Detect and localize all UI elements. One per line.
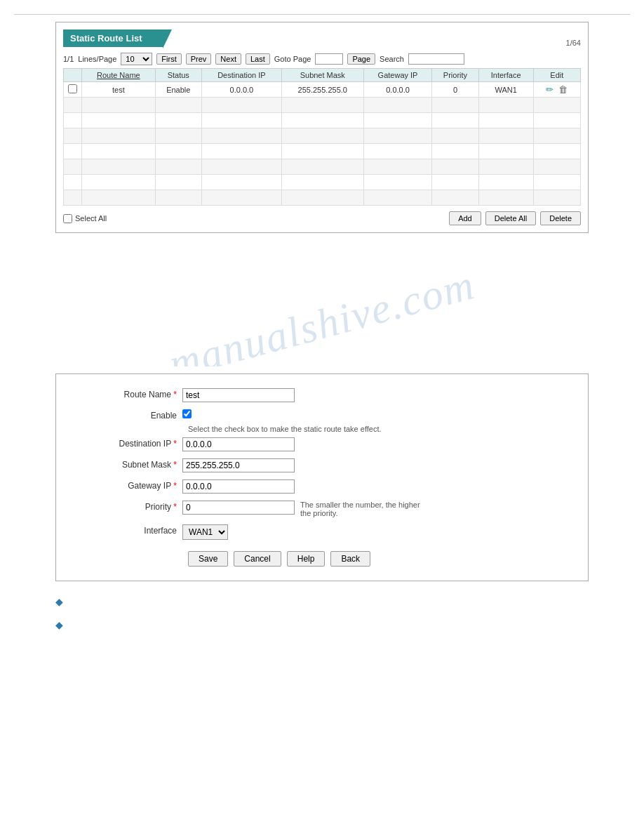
enable-checkbox[interactable] <box>182 409 192 418</box>
diamond-icon-1: ◆ <box>55 596 63 607</box>
delete-row-icon[interactable]: 🗑 <box>558 84 568 95</box>
delete-all-button[interactable]: Delete All <box>485 211 536 225</box>
pagination-row: 1/1 Lines/Page 10 20 50 100 First Prev N… <box>63 53 581 65</box>
table-row <box>64 175 581 190</box>
watermark-text: manualshive.com <box>14 240 630 366</box>
route-name-input[interactable] <box>182 388 295 402</box>
add-button[interactable]: Add <box>449 211 481 225</box>
destination-ip-input[interactable] <box>182 437 295 451</box>
goto-label: Goto Page <box>274 55 311 63</box>
prev-button[interactable]: Prev <box>186 53 212 65</box>
required-star-gw: * <box>173 481 177 491</box>
form-buttons: Save Cancel Help Back <box>188 551 560 567</box>
col-priority: Priority <box>432 69 478 82</box>
row-interface: WAN1 <box>478 82 533 98</box>
row-checkbox[interactable] <box>68 84 77 93</box>
enable-hint: Select the check box to make the static … <box>188 425 560 433</box>
gateway-ip-label: Gateway IP * <box>84 479 182 491</box>
interface-row: Interface WAN1 WAN2 LAN <box>84 524 560 540</box>
subnet-mask-label: Subnet Mask * <box>84 458 182 470</box>
col-destination-ip: Destination IP <box>201 69 281 82</box>
lines-per-page-label: Lines/Page <box>78 55 116 63</box>
last-button[interactable]: Last <box>246 53 270 65</box>
table-row <box>64 113 581 128</box>
table-row <box>64 159 581 175</box>
first-button[interactable]: First <box>156 53 181 65</box>
interface-label: Interface <box>84 524 182 536</box>
help-button[interactable]: Help <box>287 551 326 567</box>
table-row <box>64 190 581 206</box>
priority-hint: The smaller the number, the higherthe pr… <box>300 501 420 517</box>
lines-per-page-select[interactable]: 10 20 50 100 <box>121 53 152 65</box>
col-edit: Edit <box>533 69 580 82</box>
diamond-icon-2: ◆ <box>55 619 63 630</box>
interface-select[interactable]: WAN1 WAN2 LAN <box>182 524 228 540</box>
search-label: Search <box>380 55 404 63</box>
notes-section: ◆ ◆ <box>55 595 589 630</box>
save-button[interactable]: Save <box>188 551 228 567</box>
watermark-area: manualshive.com <box>14 240 630 366</box>
col-checkbox <box>64 69 82 82</box>
search-input[interactable] <box>408 53 464 65</box>
enable-label: Enable <box>84 409 182 421</box>
back-button[interactable]: Back <box>330 551 370 567</box>
select-all-label[interactable]: Select All <box>63 214 107 223</box>
required-star-dest: * <box>173 439 177 449</box>
destination-ip-row: Destination IP * <box>84 437 560 451</box>
subnet-mask-row: Subnet Mask * <box>84 458 560 472</box>
required-star: * <box>173 390 177 399</box>
select-all-checkbox[interactable] <box>63 214 72 223</box>
enable-checkbox-field <box>182 409 192 418</box>
priority-label: Priority * <box>84 501 182 512</box>
cancel-button[interactable]: Cancel <box>234 551 281 567</box>
route-table: Route Name Status Destination IP Subnet … <box>63 68 581 206</box>
row-subnet-mask: 255.255.255.0 <box>281 82 363 98</box>
goto-page-input[interactable] <box>315 53 343 65</box>
table-row <box>64 98 581 113</box>
row-gateway-ip: 0.0.0.0 <box>363 82 432 98</box>
required-star-subnet: * <box>173 460 177 470</box>
delete-button[interactable]: Delete <box>540 211 581 225</box>
table-row: test Enable 0.0.0.0 255.255.255.0 0.0.0.… <box>64 82 581 98</box>
edit-form-panel: Route Name * Enable Select the check box… <box>55 373 589 581</box>
row-edit: ✏ 🗑 <box>533 82 580 98</box>
table-row <box>64 144 581 159</box>
priority-row: Priority * The smaller the number, the h… <box>84 501 560 517</box>
action-buttons: Add Delete All Delete <box>449 211 581 225</box>
priority-input[interactable] <box>182 501 295 515</box>
row-status: Enable <box>155 82 201 98</box>
action-bar: Select All Add Delete All Delete <box>63 211 581 225</box>
route-name-label: Route Name * <box>84 388 182 399</box>
panel-title: Static Route List <box>63 29 163 47</box>
gateway-ip-row: Gateway IP * <box>84 479 560 494</box>
col-status: Status <box>155 69 201 82</box>
row-checkbox-cell[interactable] <box>64 82 82 98</box>
enable-row: Enable <box>84 409 560 421</box>
page-count: 1/64 <box>566 39 581 47</box>
gateway-ip-input[interactable] <box>182 479 295 494</box>
required-star-pri: * <box>173 502 177 512</box>
row-destination-ip: 0.0.0.0 <box>201 82 281 98</box>
page-label: 1/1 <box>63 55 74 63</box>
static-route-list-panel: Static Route List 1/64 1/1 Lines/Page 10… <box>55 22 589 233</box>
col-subnet-mask: Subnet Mask <box>281 69 363 82</box>
route-name-row: Route Name * <box>84 388 560 402</box>
table-row <box>64 128 581 144</box>
panel-header-bar: Static Route List 1/64 <box>63 29 581 47</box>
note-item-1: ◆ <box>55 595 589 607</box>
page-button[interactable]: Page <box>347 53 375 65</box>
next-button[interactable]: Next <box>215 53 241 65</box>
row-priority: 0 <box>432 82 478 98</box>
note-item-2: ◆ <box>55 618 589 630</box>
destination-ip-label: Destination IP * <box>84 437 182 449</box>
edit-icon[interactable]: ✏ <box>546 84 554 95</box>
col-interface: Interface <box>478 69 533 82</box>
subnet-mask-input[interactable] <box>182 458 295 472</box>
row-name: test <box>82 82 156 98</box>
col-route-name: Route Name <box>82 69 156 82</box>
col-gateway-ip: Gateway IP <box>363 69 432 82</box>
